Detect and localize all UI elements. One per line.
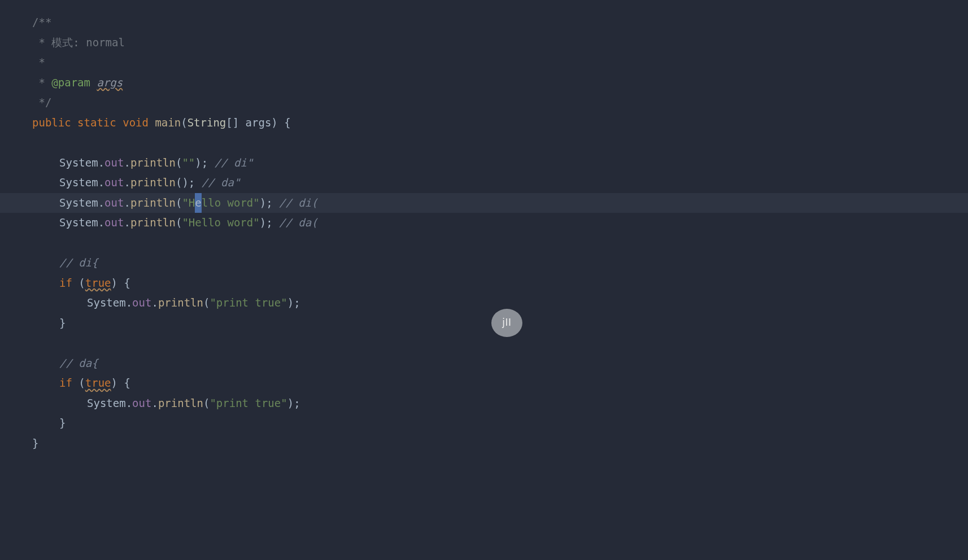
brackets: [] [226,113,239,133]
method-println: println [158,393,203,414]
paren: ( [203,393,210,414]
code-line[interactable]: System.out.println("print true"); [0,293,968,313]
code-editor[interactable]: /** * 模式: normal * * @param args */ publ… [0,0,968,453]
code-line[interactable]: System.out.println(); // da" [0,173,968,193]
keyword-public: public [32,113,71,133]
code-line[interactable]: if (true) { [0,273,968,294]
doc-comment-text: 模式: normal [51,33,125,53]
dot: . [98,173,104,193]
code-line-current[interactable]: System.out.println("Hello word"); // di( [0,193,968,213]
close: ); [260,213,279,233]
keyword-true: true [85,273,111,294]
doc-comment: * [32,53,45,73]
code-line-blank[interactable] [0,233,968,253]
string-literal: llo word" [202,193,260,213]
dot: . [124,213,130,233]
line-comment: // di( [279,193,318,213]
method-println: println [158,293,203,313]
type: String [188,113,226,133]
code-line[interactable]: System.out.println("Hello word"); // da( [0,213,968,233]
method-println: println [130,213,176,233]
close: ) { [111,373,130,393]
code-line[interactable]: } [0,313,968,334]
string-literal: "print true" [210,293,287,313]
keyword-if: if [59,373,72,393]
code-line[interactable]: /** [0,12,968,33]
dot: . [124,153,130,173]
code-line[interactable]: System.out.println(""); // di" [0,153,968,173]
close: ); [287,393,300,414]
dot: . [98,213,104,233]
line-comment: // di" [215,153,254,173]
code-line[interactable]: */ [0,93,968,113]
code-line[interactable]: * 模式: normal [0,33,968,53]
dot: . [124,173,130,193]
paren: ( [176,193,182,213]
paren: ( [181,113,187,133]
brace-close: } [32,434,38,454]
doc-comment: * [32,33,51,53]
dot: . [151,393,158,414]
dot: . [124,193,130,213]
class-ref: System [59,213,98,233]
doc-comment: /** [32,12,51,33]
class-ref: System [59,193,98,213]
space [90,73,97,93]
code-line[interactable]: public static void main(String[] args) { [0,113,968,133]
code-line[interactable]: } [0,434,968,454]
method-name: main [155,113,181,133]
javadoc-param: args [97,73,123,93]
code-line[interactable]: // da{ [0,353,968,374]
keyword-static: static [77,113,116,133]
space [71,113,77,133]
brace-close: } [59,413,66,434]
field-out: out [104,213,124,233]
field-out: out [132,293,151,313]
doc-comment: * [32,73,51,93]
string-literal: "H [182,193,195,213]
close: ); [260,193,279,213]
close: ); [182,173,201,193]
string-literal: "" [182,153,195,173]
field-out: out [104,193,124,213]
method-println: println [130,173,176,193]
string-literal: "print true" [210,393,287,414]
paren: ( [176,213,182,233]
close: ); [287,293,300,313]
field-out: out [104,173,124,193]
code-line-blank[interactable] [0,333,968,353]
method-println: println [130,153,176,173]
code-line[interactable]: System.out.println("print true"); [0,393,968,414]
paren: ( [72,273,85,294]
dot: . [98,193,104,213]
code-line[interactable]: if (true) { [0,373,968,393]
paren: ( [72,373,85,393]
code-line[interactable]: * @param args [0,73,968,93]
keyword-void: void [123,113,149,133]
keyword-true: true [85,373,111,393]
class-ref: System [59,173,98,193]
code-line[interactable]: * [0,53,968,73]
keystroke-indicator: jII [491,309,522,337]
space [116,113,123,133]
close: ) { [271,113,290,133]
paren: ( [176,153,182,173]
paren: ( [176,173,182,193]
line-comment: // da{ [59,353,98,374]
code-line[interactable]: // di{ [0,253,968,273]
keyword-if: if [59,273,72,294]
cursor-selection: e [195,193,201,213]
keystroke-text: jII [502,314,511,332]
brace-close: } [59,313,66,334]
code-line[interactable]: } [0,413,968,434]
close: ); [195,153,214,173]
dot: . [126,393,132,414]
line-comment: // da( [279,213,318,233]
code-line-blank[interactable] [0,133,968,153]
class-ref: System [87,293,126,313]
field-out: out [104,153,124,173]
paren: ( [203,293,210,313]
doc-comment-close: */ [32,93,51,113]
class-ref: System [87,393,126,414]
dot: . [151,293,158,313]
